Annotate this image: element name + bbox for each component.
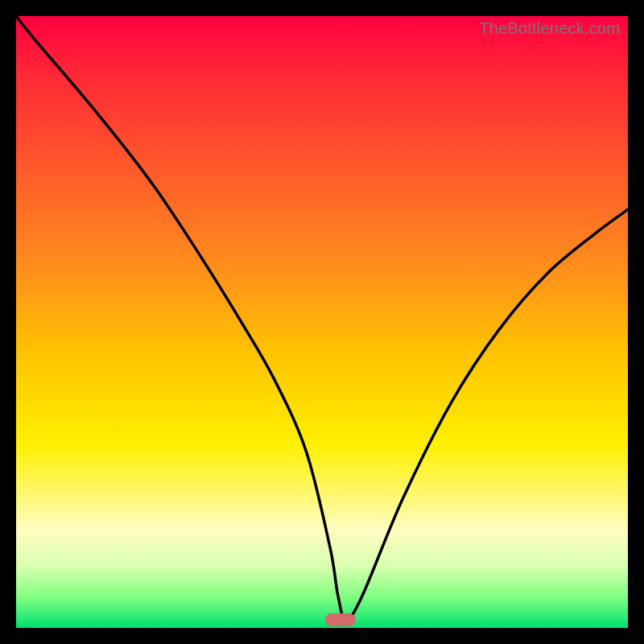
optimum-marker xyxy=(325,613,356,626)
bottleneck-curve-path xyxy=(16,16,628,620)
chart-frame: TheBottleneck.com xyxy=(0,0,644,644)
curve-layer xyxy=(16,16,628,628)
plot-area: TheBottleneck.com xyxy=(16,16,628,628)
